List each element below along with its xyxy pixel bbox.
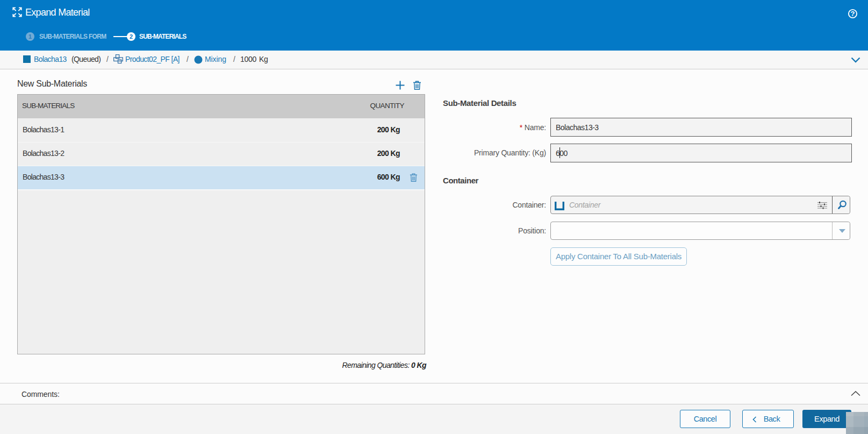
svg-text:?: ? (851, 10, 855, 18)
